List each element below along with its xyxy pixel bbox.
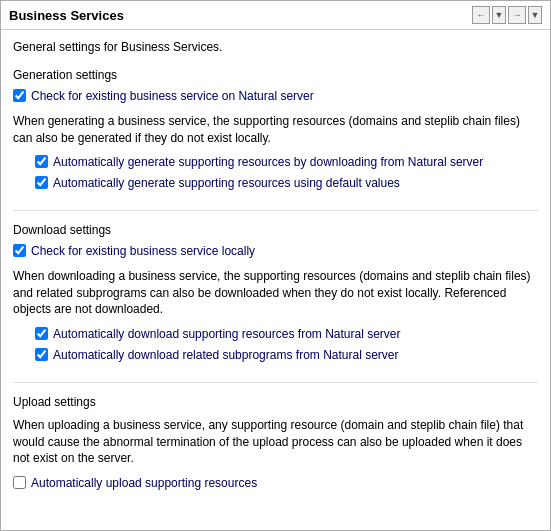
download-checkbox2-label[interactable]: Automatically download supporting resour…: [53, 326, 401, 343]
download-checkbox3-row: Automatically download related subprogra…: [35, 347, 538, 364]
download-checkbox3[interactable]: [35, 348, 48, 361]
generation-checkbox3-row: Automatically generate supporting resour…: [35, 175, 538, 192]
upload-checkbox1-label[interactable]: Automatically upload supporting resource…: [31, 475, 257, 492]
back-button[interactable]: ←: [472, 6, 490, 24]
upload-checkbox1-row: Automatically upload supporting resource…: [13, 475, 538, 492]
generation-indented-checkboxes: Automatically generate supporting resour…: [13, 154, 538, 192]
generation-checkbox3[interactable]: [35, 176, 48, 189]
back-dropdown-button[interactable]: ▼: [492, 6, 506, 24]
download-checkbox2[interactable]: [35, 327, 48, 340]
upload-section-title: Upload settings: [13, 395, 538, 409]
upload-description: When uploading a business service, any s…: [13, 417, 538, 467]
download-checkbox2-row: Automatically download supporting resour…: [35, 326, 538, 343]
title-buttons: ← ▼ → ▼: [472, 6, 542, 24]
intro-text: General settings for Business Services.: [13, 40, 538, 54]
download-checkbox3-label[interactable]: Automatically download related subprogra…: [53, 347, 399, 364]
generation-checkbox1-row: Check for existing business service on N…: [13, 88, 538, 105]
forward-button[interactable]: →: [508, 6, 526, 24]
download-checkbox1[interactable]: [13, 244, 26, 257]
content-area: General settings for Business Services. …: [1, 30, 550, 530]
generation-checkbox3-label[interactable]: Automatically generate supporting resour…: [53, 175, 400, 192]
download-indented-checkboxes: Automatically download supporting resour…: [13, 326, 538, 364]
download-checkbox1-label[interactable]: Check for existing business service loca…: [31, 243, 255, 260]
download-section-title: Download settings: [13, 223, 538, 237]
generation-checkbox2-label[interactable]: Automatically generate supporting resour…: [53, 154, 483, 171]
download-description: When downloading a business service, the…: [13, 268, 538, 318]
download-checkbox1-row: Check for existing business service loca…: [13, 243, 538, 260]
generation-checkbox2[interactable]: [35, 155, 48, 168]
generation-checkbox1[interactable]: [13, 89, 26, 102]
generation-checkbox2-row: Automatically generate supporting resour…: [35, 154, 538, 171]
download-section: Download settings Check for existing bus…: [13, 223, 538, 364]
title-bar: Business Services ← ▼ → ▼: [1, 1, 550, 30]
forward-dropdown-button[interactable]: ▼: [528, 6, 542, 24]
upload-section: Upload settings When uploading a busines…: [13, 395, 538, 492]
generation-checkbox1-label[interactable]: Check for existing business service on N…: [31, 88, 314, 105]
business-services-window: Business Services ← ▼ → ▼ General settin…: [0, 0, 551, 531]
section-divider-1: [13, 210, 538, 211]
generation-section-title: Generation settings: [13, 68, 538, 82]
window-title: Business Services: [9, 8, 124, 23]
generation-description: When generating a business service, the …: [13, 113, 538, 147]
generation-section: Generation settings Check for existing b…: [13, 68, 538, 192]
section-divider-2: [13, 382, 538, 383]
upload-checkbox1[interactable]: [13, 476, 26, 489]
